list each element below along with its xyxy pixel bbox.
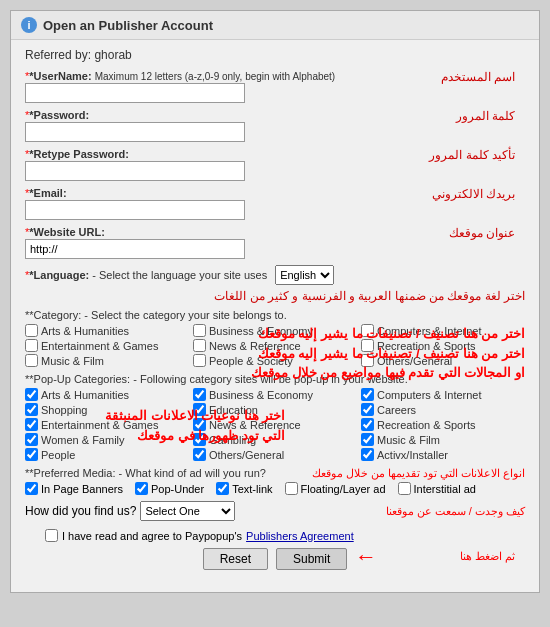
preferred-item: Interstitial ad bbox=[398, 482, 476, 495]
pm2-checkbox[interactable] bbox=[135, 482, 148, 495]
preferred-item: Pop-Under bbox=[135, 482, 204, 495]
pop5-checkbox[interactable] bbox=[193, 403, 206, 416]
how-find-row: How did you find us? Select One Search E… bbox=[25, 501, 525, 521]
cat1-checkbox[interactable] bbox=[25, 324, 38, 337]
pm4-checkbox[interactable] bbox=[285, 482, 298, 495]
pop11-checkbox[interactable] bbox=[193, 433, 206, 446]
pm5-checkbox[interactable] bbox=[398, 482, 411, 495]
pm1-checkbox[interactable] bbox=[25, 482, 38, 495]
pop6-checkbox[interactable] bbox=[361, 403, 374, 416]
password-input[interactable] bbox=[25, 122, 245, 142]
category-item: Others/General bbox=[361, 354, 525, 367]
email-arabic: بريدك الالكتروني bbox=[432, 187, 515, 201]
popup-item: Recreation & Sports bbox=[361, 418, 525, 431]
category-item: Entertainment & Games bbox=[25, 339, 189, 352]
cat8-checkbox[interactable] bbox=[193, 354, 206, 367]
pop14-checkbox[interactable] bbox=[193, 448, 206, 461]
cat9-checkbox[interactable] bbox=[361, 354, 374, 367]
cat3-checkbox[interactable] bbox=[361, 324, 374, 337]
username-row: **UserName: Maximum 12 letters (a-z,0-9 … bbox=[25, 70, 525, 103]
popup-section: **Pop-Up Categories: - Following categor… bbox=[25, 373, 525, 461]
pop9-checkbox[interactable] bbox=[361, 418, 374, 431]
button-row: Reset Submit ← ثم اضغط هنا bbox=[25, 548, 525, 570]
pop7-checkbox[interactable] bbox=[25, 418, 38, 431]
website-arabic: عنوان موقعك bbox=[449, 226, 515, 240]
pop13-checkbox[interactable] bbox=[25, 448, 38, 461]
cat5-checkbox[interactable] bbox=[193, 339, 206, 352]
popup-item: People bbox=[25, 448, 189, 461]
popup-item: Music & Film bbox=[361, 433, 525, 446]
header-title: Open an Publisher Account bbox=[43, 18, 213, 33]
reset-button[interactable]: Reset bbox=[203, 548, 268, 570]
agreement-row: I have read and agree to Paypopup's Publ… bbox=[25, 529, 525, 542]
website-input[interactable] bbox=[25, 239, 245, 259]
category-item: News & Reference bbox=[193, 339, 357, 352]
submit-button[interactable]: Submit bbox=[276, 548, 347, 570]
how-find-arabic: كيف وجدت / سمعت عن موقعنا bbox=[386, 505, 525, 518]
retype-arabic: تأكيد كلمة المرور bbox=[429, 148, 515, 162]
category-item: Music & Film bbox=[25, 354, 189, 367]
category-label: **Category: - Select the category your s… bbox=[25, 309, 525, 321]
pop15-checkbox[interactable] bbox=[361, 448, 374, 461]
language-select[interactable]: English Arabic French bbox=[275, 265, 334, 285]
submit-arabic-label: ثم اضغط هنا bbox=[460, 550, 515, 563]
category-item: People & Society bbox=[193, 354, 357, 367]
popup-item: Gambling bbox=[193, 433, 357, 446]
category-grid: Arts & Humanities Business & Economy Com… bbox=[25, 324, 525, 367]
popup-item: Activx/Installer bbox=[361, 448, 525, 461]
popup-item: Others/General bbox=[193, 448, 357, 461]
pop2-checkbox[interactable] bbox=[193, 388, 206, 401]
referred-row: Referred by: ghorab bbox=[25, 48, 525, 62]
preferred-options: In Page Banners Pop-Under Text-link Floa… bbox=[25, 482, 525, 495]
category-item: Business & Economy bbox=[193, 324, 357, 337]
category-item: Recreation & Sports bbox=[361, 339, 525, 352]
preferred-item: In Page Banners bbox=[25, 482, 123, 495]
publishers-agreement-link[interactable]: Publishers Agreement bbox=[246, 530, 354, 542]
pop10-checkbox[interactable] bbox=[25, 433, 38, 446]
email-row: **Email: بريدك الالكتروني bbox=[25, 187, 525, 220]
email-input[interactable] bbox=[25, 200, 245, 220]
pop3-checkbox[interactable] bbox=[361, 388, 374, 401]
username-note: Maximum 12 letters (a-z,0-9 only, begin … bbox=[95, 71, 335, 82]
cat7-checkbox[interactable] bbox=[25, 354, 38, 367]
category-section: **Category: - Select the category your s… bbox=[25, 309, 525, 367]
header: i Open an Publisher Account bbox=[11, 11, 539, 40]
popup-item: Education bbox=[193, 403, 357, 416]
preferred-item: Floating/Layer ad bbox=[285, 482, 386, 495]
cat2-checkbox[interactable] bbox=[193, 324, 206, 337]
category-item: Arts & Humanities bbox=[25, 324, 189, 337]
pop1-checkbox[interactable] bbox=[25, 388, 38, 401]
how-find-label: How did you find us? bbox=[25, 504, 136, 518]
cat6-checkbox[interactable] bbox=[361, 339, 374, 352]
language-arabic: اختر لغة موقعك من ضمنها العربية و الفرنس… bbox=[214, 289, 525, 303]
popup-item: Arts & Humanities bbox=[25, 388, 189, 401]
language-row: **Language: - Select the language your s… bbox=[25, 265, 525, 303]
preferred-label: **Preferred Media: - What kind of ad wil… bbox=[25, 467, 266, 479]
category-item: Computers & Internet bbox=[361, 324, 525, 337]
referred-label: Referred by: bbox=[25, 48, 91, 62]
how-find-select[interactable]: Select One Search Engine Friend Other bbox=[140, 501, 235, 521]
pm3-checkbox[interactable] bbox=[216, 482, 229, 495]
pop12-checkbox[interactable] bbox=[361, 433, 374, 446]
popup-item: Careers bbox=[361, 403, 525, 416]
referred-value: ghorab bbox=[94, 48, 131, 62]
pop8-checkbox[interactable] bbox=[193, 418, 206, 431]
preferred-arabic: انواع الاعلانات التي تود تقديمها من خلال… bbox=[312, 467, 525, 480]
website-row: **Website URL: عنوان موقعك bbox=[25, 226, 525, 259]
cat4-checkbox[interactable] bbox=[25, 339, 38, 352]
popup-item: Business & Economy bbox=[193, 388, 357, 401]
popup-item: Computers & Internet bbox=[361, 388, 525, 401]
popup-item: Women & Family bbox=[25, 433, 189, 446]
agreement-checkbox[interactable] bbox=[45, 529, 58, 542]
main-container: i Open an Publisher Account Referred by:… bbox=[10, 10, 540, 593]
form-body: Referred by: ghorab **UserName: Maximum … bbox=[11, 40, 539, 582]
pop4-checkbox[interactable] bbox=[25, 403, 38, 416]
submit-arrow-icon: ← bbox=[355, 544, 377, 570]
password-row: **Password: كلمة المرور bbox=[25, 109, 525, 142]
popup-grid: Arts & Humanities Business & Economy Com… bbox=[25, 388, 525, 461]
username-input[interactable] bbox=[25, 83, 245, 103]
retype-password-input[interactable] bbox=[25, 161, 245, 181]
popup-label: **Pop-Up Categories: - Following categor… bbox=[25, 373, 525, 385]
popup-item: Entertainment & Games bbox=[25, 418, 189, 431]
language-label: **Language: - Select the language your s… bbox=[25, 269, 267, 281]
